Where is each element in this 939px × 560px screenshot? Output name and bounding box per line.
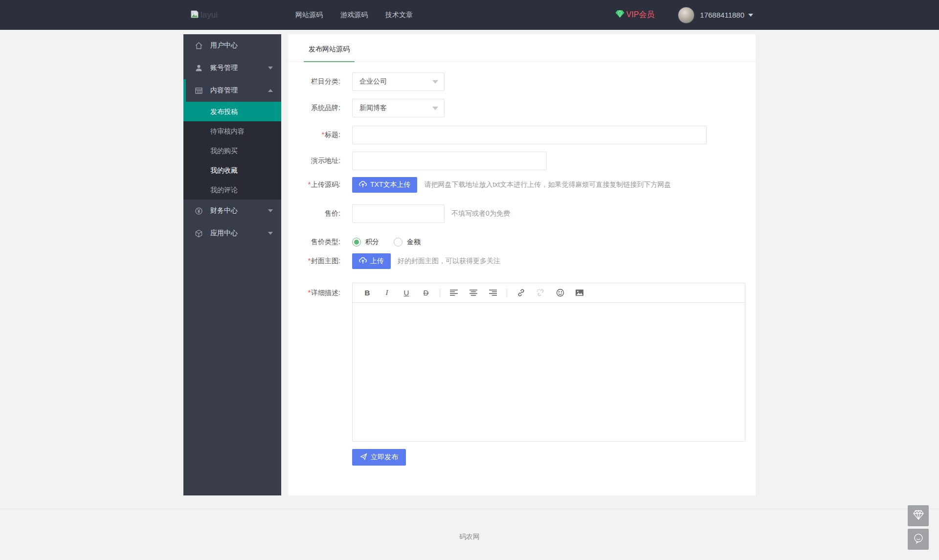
sidebar-item-finance[interactable]: 财务中心 — [183, 200, 281, 222]
sidebar-item-label: 用户中心 — [210, 41, 238, 50]
publish-button[interactable]: 立即发布 — [352, 449, 406, 466]
nav-item-game-source[interactable]: 游戏源码 — [332, 0, 377, 30]
yen-icon — [195, 207, 203, 215]
sidebar-subitem-favorites[interactable]: 我的收藏 — [183, 160, 281, 180]
gem-icon — [913, 510, 924, 522]
chevron-down-icon — [268, 67, 273, 69]
italic-button[interactable]: I — [379, 287, 395, 299]
cover-upload-button[interactable]: 上传 — [352, 253, 391, 269]
title-input[interactable] — [352, 126, 707, 144]
align-left-button[interactable] — [446, 287, 462, 299]
sidebar-subitem-pending[interactable]: 待审核内容 — [183, 121, 281, 141]
category-label: 栏目分类: — [288, 77, 340, 86]
page-container: 用户中心 账号管理 内容管理 发 — [183, 34, 756, 495]
site-logo[interactable]: layui — [190, 9, 246, 21]
title-label: *标题: — [288, 131, 340, 139]
user-menu[interactable]: 17688411880 — [700, 11, 753, 19]
form-row-brand: 系统品牌: 新闻博客 — [288, 99, 756, 117]
user-icon — [195, 64, 203, 72]
image-button[interactable] — [571, 287, 588, 299]
source-label: *上传源码: — [288, 180, 340, 189]
rich-text-editor: B I U D — [352, 283, 745, 442]
footer-site-name: 码农网 — [459, 533, 480, 541]
sidebar-item-label: 应用中心 — [210, 229, 238, 238]
sidebar-subitem-publish[interactable]: 发布投稿 — [183, 102, 281, 121]
txt-upload-label: TXT文本上传 — [370, 180, 410, 189]
txt-upload-button[interactable]: TXT文本上传 — [352, 177, 417, 193]
editor-body[interactable] — [353, 303, 745, 441]
main-card: 发布网站源码 栏目分类: 企业公司 系统品牌: 新闻博客 — [288, 34, 756, 495]
radio-money-label: 金额 — [407, 238, 421, 246]
tab-publish-website-source[interactable]: 发布网站源码 — [304, 45, 355, 62]
underline-button[interactable]: U — [398, 287, 415, 299]
chevron-down-icon — [268, 232, 273, 235]
radio-circle-icon — [394, 238, 402, 246]
align-center-button[interactable] — [465, 287, 482, 299]
unlink-button[interactable] — [532, 287, 549, 299]
chevron-down-icon — [268, 209, 273, 212]
publish-form: 栏目分类: 企业公司 系统品牌: 新闻博客 *标 — [288, 62, 756, 466]
brand-selected-value: 新闻博客 — [359, 104, 387, 112]
navbar-right: VIP会员 17688411880 — [615, 7, 753, 23]
sidebar-item-apps[interactable]: 应用中心 — [183, 222, 281, 245]
fixbar — [908, 505, 929, 550]
sidebar-item-label: 账号管理 — [210, 64, 238, 72]
cube-icon — [195, 229, 203, 238]
sidebar-item-user-center[interactable]: 用户中心 — [183, 34, 281, 57]
toolbar-divider — [440, 289, 440, 297]
cover-label: *封面主图: — [288, 257, 340, 266]
chat-smile-fab[interactable] — [908, 529, 929, 550]
content-submenu: 发布投稿 待审核内容 我的购买 我的收藏 我的评论 — [183, 102, 281, 200]
source-hint: 请把网盘下载地址放入txt文本进行上传，如果觉得麻烦可直接复制链接到下方网盘 — [424, 180, 671, 189]
demo-label: 演示地址: — [288, 157, 340, 165]
sidebar-subitem-comments[interactable]: 我的评论 — [183, 180, 281, 200]
main-nav: 网站源码 游戏源码 技术文章 — [287, 0, 422, 30]
brand-select[interactable]: 新闻博客 — [352, 99, 445, 117]
chevron-down-icon — [432, 80, 438, 84]
sidebar-item-account[interactable]: 账号管理 — [183, 57, 281, 79]
link-button[interactable] — [513, 287, 529, 299]
radio-points-label: 积分 — [365, 238, 379, 246]
bold-button[interactable]: B — [359, 287, 376, 299]
chevron-down-icon — [748, 14, 753, 17]
nav-item-tech-articles[interactable]: 技术文章 — [377, 0, 422, 30]
cover-upload-label: 上传 — [370, 257, 384, 266]
vip-gem-fab[interactable] — [908, 505, 929, 526]
chat-bubble-smile-icon — [913, 533, 924, 546]
price-input[interactable] — [352, 204, 445, 223]
tab-header: 发布网站源码 — [288, 34, 756, 62]
strikethrough-button[interactable]: D — [418, 287, 434, 299]
avatar[interactable] — [678, 7, 694, 23]
publish-button-label: 立即发布 — [371, 453, 398, 462]
nav-item-website-source[interactable]: 网站源码 — [287, 0, 332, 30]
form-row-cover: *封面主图: 上传 好的封面主图，可以获得更多关注 — [288, 253, 756, 269]
username-text: 17688411880 — [700, 11, 744, 19]
editor-toolbar: B I U D — [353, 283, 745, 303]
vip-link[interactable]: VIP会员 — [615, 10, 655, 20]
radio-points[interactable]: 积分 — [352, 238, 379, 246]
radio-money[interactable]: 金额 — [394, 238, 421, 246]
upload-cloud-icon — [359, 180, 367, 190]
chevron-down-icon — [432, 107, 438, 110]
description-label: *详细描述: — [288, 283, 340, 297]
logo-alt-text: layui — [201, 10, 218, 20]
sidebar-item-label: 内容管理 — [210, 86, 238, 95]
form-row-description: *详细描述: B I U D — [288, 283, 756, 442]
align-right-button[interactable] — [485, 287, 501, 299]
vip-gem-icon — [615, 10, 625, 20]
vip-label: VIP会员 — [626, 10, 655, 20]
form-row-demo: 演示地址: — [288, 152, 756, 170]
form-row-submit: 立即发布 — [352, 449, 756, 466]
demo-url-input[interactable] — [352, 152, 547, 170]
footer: 码农网 — [0, 509, 939, 560]
sidebar-subitem-purchases[interactable]: 我的购买 — [183, 141, 281, 160]
sidebar-item-content[interactable]: 内容管理 — [183, 79, 281, 102]
category-select[interactable]: 企业公司 — [352, 72, 445, 91]
send-icon — [360, 453, 367, 462]
emoji-button[interactable] — [552, 287, 568, 299]
price-hint: 不填写或者0为免费 — [451, 209, 510, 218]
form-row-price: 售价: 不填写或者0为免费 — [288, 204, 756, 223]
brand-label: 系统品牌: — [288, 104, 340, 112]
form-row-title: *标题: — [288, 126, 756, 144]
toolbar-divider — [507, 289, 507, 297]
